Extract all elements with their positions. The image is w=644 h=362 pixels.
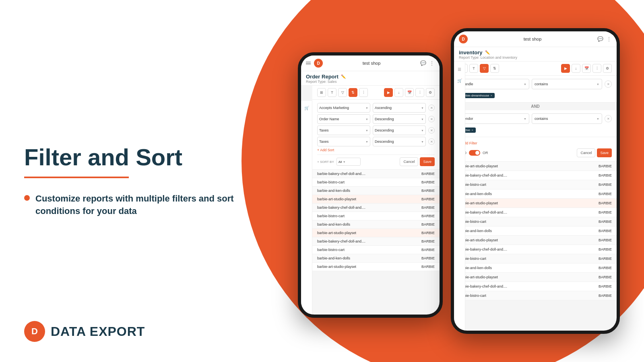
- filter2-field[interactable]: Vendor ▼: [459, 113, 529, 124]
- logo-icon: D: [24, 321, 45, 342]
- ph2-filter-block-2: Vendor ▼ contains ▼ ✕ barbie: [454, 110, 617, 137]
- settings-btn[interactable]: ⚙: [426, 88, 435, 97]
- delete-sort-4[interactable]: ✕: [428, 138, 435, 145]
- table-row: barbie-bistro-cartBARBIE: [312, 212, 440, 220]
- run-btn[interactable]: ▶: [384, 88, 393, 97]
- sort-order-1[interactable]: Ascending ▼: [373, 103, 426, 113]
- sort-field-1[interactable]: Accepts Marketing ▼: [317, 103, 370, 113]
- chat-icon-2[interactable]: 💬: [597, 36, 603, 42]
- delete-sort-2[interactable]: ✕: [428, 116, 435, 122]
- or-label: OR: [483, 151, 488, 155]
- filter1-condition[interactable]: contains ▼: [532, 79, 602, 89]
- ph2-save-btn[interactable]: Save: [597, 148, 612, 157]
- cell-vendor: BARBIE: [592, 275, 612, 279]
- cell-name: barbie-art-studio-playset: [459, 275, 592, 279]
- text-btn[interactable]: T: [328, 88, 336, 97]
- cell-name: barbie-bakery-chef-doll-and....: [459, 284, 592, 288]
- dots-btn[interactable]: ⋮: [415, 88, 424, 97]
- table-row: barbie-art-studio-playsetBARBIE: [454, 199, 617, 208]
- text-btn-2[interactable]: T: [469, 64, 478, 73]
- more-icon-2[interactable]: ⋮: [607, 36, 612, 42]
- chip2-close[interactable]: ×: [471, 128, 473, 132]
- and-or-toggle[interactable]: [469, 150, 480, 156]
- dots-btn-2[interactable]: ⋮: [592, 64, 601, 73]
- remove-filter-2[interactable]: ✕: [605, 115, 612, 122]
- chip1-close[interactable]: ×: [490, 94, 492, 97]
- sort-btn-2[interactable]: ⇅: [490, 64, 499, 73]
- sort-field-3[interactable]: Taxes ▼: [317, 125, 370, 135]
- more-tb-btn[interactable]: ⋮: [359, 88, 368, 97]
- download-btn[interactable]: ↓: [394, 88, 403, 97]
- table-row: barbie-bistro-cartBARBIE: [454, 254, 617, 263]
- dropdown-arrow: ▼: [365, 107, 368, 109]
- cell-vendor: BARBIE: [592, 294, 612, 298]
- toggle-knob: [475, 151, 479, 155]
- table-row: barbie-and-ken-dollsBARBIE: [312, 220, 440, 229]
- cart-icon[interactable]: 🛒: [303, 104, 310, 111]
- filter2-condition[interactable]: contains ▼: [532, 113, 602, 124]
- cell-vendor: BARBIE: [592, 210, 612, 214]
- ph2-subheader: inventory ✏️ Report Type: Location and I…: [454, 47, 617, 62]
- cell-vendor: BARBIE: [411, 172, 435, 176]
- hamburger-icon-2[interactable]: ☰: [456, 66, 463, 73]
- filter-btn[interactable]: ▽: [338, 88, 347, 97]
- sort-by-arrow: ▼: [343, 160, 346, 163]
- cell-vendor: BARBIE: [411, 248, 435, 252]
- dropdown-arrow-6: ▼: [421, 129, 424, 132]
- ph2-nav-sidebar: ☰ 🛒: [454, 62, 465, 331]
- sort-order-4[interactable]: Descending ▼: [373, 137, 426, 146]
- dropdown-arrow-3: ▼: [365, 118, 368, 121]
- chat-icon[interactable]: 💬: [420, 60, 426, 66]
- save-btn[interactable]: Save: [420, 157, 435, 166]
- settings-btn-2[interactable]: ⚙: [603, 64, 612, 73]
- cart-icon-2[interactable]: 🛒: [456, 77, 463, 84]
- cell-vendor: BARBIE: [411, 222, 435, 226]
- calendar-btn[interactable]: 📅: [405, 88, 414, 97]
- ph2-cancel-btn[interactable]: Cancel: [577, 148, 595, 157]
- table-row: barbie-bakery-chef-doll-and....BARBIE: [312, 204, 440, 212]
- add-sort-btn[interactable]: + Add Sort: [317, 148, 435, 152]
- cell-name: barbie-art-studio-playset: [317, 265, 411, 269]
- ph2-toolbar: ⊞ T ▽ ⇅ ▶ ↓ 📅 ⋮ ⚙: [454, 62, 617, 76]
- pencil-icon-2[interactable]: ✏️: [485, 50, 490, 55]
- download-btn-2[interactable]: ↓: [572, 64, 580, 73]
- ph1-left: D: [306, 59, 323, 68]
- sort-by-select[interactable]: All ▼: [336, 158, 361, 166]
- phones-container: D test shop 💬 ⋮ Order Report ✏️ Report T…: [274, 12, 620, 350]
- action-btns: Cancel Save: [400, 157, 435, 166]
- cancel-btn[interactable]: Cancel: [400, 157, 418, 166]
- filter-btn-2[interactable]: ▽: [480, 64, 489, 73]
- sort-by-label: + SORT BY: [317, 160, 334, 164]
- pencil-icon[interactable]: ✏️: [341, 74, 346, 79]
- cell-vendor: BARBIE: [411, 206, 435, 210]
- table-row: barbie-art-studio-playsetBARBIE: [454, 162, 617, 171]
- remove-filter-1[interactable]: ✕: [605, 80, 612, 88]
- filter1-field[interactable]: Handle ▼: [459, 79, 529, 89]
- cell-vendor: BARBIE: [592, 183, 612, 187]
- table-row: barbie-bistro-cartBARBIE: [312, 178, 440, 187]
- sort-field-4[interactable]: Taxes ▼: [317, 137, 370, 146]
- sort-row-4: Taxes ▼ Descending ▼ ✕: [317, 137, 435, 146]
- table-row: barbie-bakery-chef-doll-and....BARBIE: [312, 170, 440, 178]
- table-row: barbie-and-ken-dollsBARBIE: [454, 189, 617, 199]
- sort-field-1-label: Accepts Marketing: [319, 106, 349, 110]
- delete-sort-3[interactable]: ✕: [428, 127, 435, 134]
- active-sort-btn[interactable]: ⇅: [349, 88, 357, 97]
- sort-order-3[interactable]: Descending ▼: [373, 125, 426, 135]
- delete-sort-1[interactable]: ✕: [428, 105, 435, 111]
- cell-name: barbie-art-studio-playset: [459, 238, 592, 242]
- ph1-tb-right: ▶ ↓ 📅 ⋮ ⚙: [384, 88, 435, 97]
- hamburger-icon[interactable]: [306, 62, 311, 65]
- sort-field-2[interactable]: Order Name ▼: [317, 114, 370, 124]
- table-row: barbie-bistro-cartBARBIE: [454, 217, 617, 226]
- filter2-arrow: ▼: [524, 117, 526, 120]
- more-icon[interactable]: ⋮: [429, 60, 435, 66]
- add-filter-btn[interactable]: + Add Filter: [459, 140, 612, 147]
- sort-order-2[interactable]: Descending ▼: [373, 114, 426, 124]
- cell-name: barbie-bakery-chef-doll-and....: [317, 206, 411, 210]
- cell-name: barbie-bistro-cart: [459, 220, 592, 224]
- cell-vendor: BARBIE: [592, 284, 612, 288]
- run-btn-2[interactable]: ▶: [561, 64, 570, 73]
- calendar-btn-2[interactable]: 📅: [582, 64, 591, 73]
- grid-btn[interactable]: ⊞: [317, 88, 326, 97]
